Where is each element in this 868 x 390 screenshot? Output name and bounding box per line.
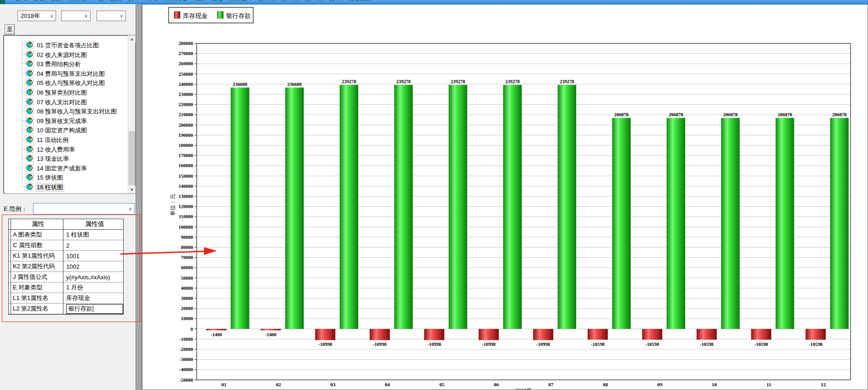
menu-item[interactable]: 保存设计 (69, 0, 92, 2)
menu-item[interactable]: 现场视频 (348, 0, 371, 2)
year-select[interactable]: 2018年 ∨ (17, 11, 56, 21)
pie-chart-icon (26, 107, 34, 115)
menu-item[interactable]: 视频 (193, 0, 205, 2)
to-button[interactable]: 至 (5, 24, 15, 34)
tree-item-label[interactable]: 15 饼状图 (35, 173, 64, 182)
menu-item[interactable]: 删除 (51, 0, 63, 2)
scroll-up-icon[interactable]: ▲ (128, 35, 136, 43)
table-row[interactable]: K1 第1属性代码1001 (9, 251, 123, 261)
svg-text:银行存款: 银行存款 (226, 12, 251, 19)
table-row[interactable]: K2 第2属性代码1002 (9, 261, 123, 272)
tree-item-label[interactable]: 16 柱状图 (35, 183, 64, 192)
chevron-down-icon: ∨ (120, 14, 125, 18)
svg-text:-10598: -10598 (645, 342, 659, 347)
property-value-cell[interactable]: 库存现金 (63, 293, 123, 304)
tree-item-label[interactable]: 05 收入与预算收入对比图 (35, 79, 106, 88)
property-name-cell: K1 第1属性代码 (11, 251, 63, 261)
tree-item-label[interactable]: 12 收入费用率 (35, 145, 76, 154)
svg-text:04: 04 (385, 382, 391, 387)
svg-text:90000: 90000 (181, 235, 193, 240)
tree-item-label[interactable]: 09 预算收支完成率 (35, 117, 88, 126)
svg-text:110000: 110000 (179, 214, 193, 219)
tree-item-label[interactable]: 01 货币资金各项占比图 (35, 41, 100, 50)
menu-item[interactable]: 主题 (211, 0, 223, 2)
panel-splitter[interactable] (136, 4, 142, 390)
pie-chart-icon (26, 164, 34, 172)
tree-item-label[interactable]: 10 固定资产构成图 (35, 126, 88, 135)
svg-text:2018年: 2018年 (516, 387, 532, 390)
svg-text:-10598: -10598 (809, 342, 823, 347)
menu-item[interactable]: 打印机 (283, 0, 300, 2)
property-value-cell[interactable]: 1 柱状图 (63, 230, 123, 240)
period-select-2[interactable]: ∨ (61, 11, 91, 21)
pie-chart-icon (26, 145, 34, 153)
property-value-cell[interactable]: 1002 (63, 261, 123, 272)
property-value-cell[interactable]: 1001 (63, 251, 123, 261)
table-row[interactable]: J 属性值公式y(#yAxis,#xAxis) (9, 272, 123, 283)
svg-text:236680: 236680 (287, 82, 302, 87)
property-name-cell: E 对象类型 (11, 283, 63, 293)
svg-text:236680: 236680 (233, 82, 248, 87)
menu-item[interactable]: 资料传递 (164, 0, 187, 2)
table-row[interactable]: L2 第2属性名银行存款 (9, 304, 123, 314)
pie-chart-icon (26, 154, 34, 162)
tree-item-label[interactable]: 08 预算收入与预算支出对比图 (35, 107, 118, 116)
pie-chart-icon (26, 51, 34, 58)
svg-text:206878: 206878 (777, 112, 792, 117)
svg-text:50000: 50000 (181, 276, 193, 281)
legend: 库存现金银行存款 (169, 7, 253, 23)
example-select[interactable]: ∨ (33, 203, 135, 215)
svg-text:150000: 150000 (179, 174, 193, 179)
period-select-3[interactable]: ∨ (96, 11, 126, 21)
pie-chart-icon (26, 41, 34, 49)
menu-item[interactable]: 打印预览 (99, 0, 122, 2)
menu-item[interactable]: 打印 (128, 0, 140, 2)
svg-text:09: 09 (657, 382, 663, 387)
svg-text:07: 07 (548, 382, 554, 387)
editing-value-input[interactable]: 银行存款 (66, 304, 123, 314)
property-value-cell[interactable]: 1 月份 (63, 283, 123, 293)
table-row[interactable]: L1 第1属性名库存现金 (9, 293, 123, 304)
property-name-cell: K2 第2属性代码 (11, 261, 63, 272)
menu-item[interactable]: 打印机 (259, 0, 276, 2)
pie-chart-icon (26, 117, 34, 124)
tree-item-label[interactable]: 02 收入来源对比图 (35, 51, 88, 60)
menu-item[interactable]: 打印 (330, 0, 341, 2)
table-row[interactable]: A 图表类型1 柱状图 (9, 230, 123, 240)
chevron-down-icon: ∨ (50, 14, 56, 18)
text-caret (93, 305, 93, 312)
menu-item[interactable]: 新增 (16, 0, 27, 2)
column-header: 属性 (11, 219, 63, 230)
menu-item[interactable]: 变动 (146, 0, 158, 2)
tree-item-label[interactable]: 07 收入支出对比图 (35, 98, 88, 107)
table-row[interactable]: C 属性组数2 (9, 240, 123, 251)
tree-item-label[interactable]: 06 预算类别对比图 (35, 88, 88, 97)
svg-text:160000: 160000 (179, 163, 193, 168)
tree-item-label[interactable]: 14 固定资产成新率 (35, 164, 88, 173)
property-value-cell[interactable]: 银行存款 (63, 304, 123, 314)
table-row[interactable]: E 对象类型1 月份 (9, 283, 123, 293)
scrollbar-thumb[interactable] (129, 131, 135, 185)
svg-text:05: 05 (439, 382, 445, 387)
svg-text:206878: 206878 (669, 112, 683, 117)
menu-item[interactable]: 修改 (34, 0, 45, 2)
tree-item-label[interactable]: 11 流动比例 (35, 136, 70, 145)
tree-scrollbar[interactable]: ▲ ▼ (128, 35, 135, 193)
tree-item-label[interactable]: 04 费用与预算支出对比图 (35, 69, 106, 79)
property-value-cell[interactable]: y(#yAxis,#xAxis) (63, 272, 123, 283)
tree-item-label[interactable]: 13 现金比率 (35, 154, 70, 164)
tree-item-label[interactable]: 03 费用结构分析 (35, 60, 82, 69)
svg-text:库存现金: 库存现金 (183, 12, 208, 19)
svg-text:239278: 239278 (342, 79, 357, 84)
menu-item[interactable]: 打印机 (306, 0, 323, 2)
scroll-down-icon[interactable]: ▼ (128, 186, 136, 193)
svg-text:11: 11 (766, 382, 771, 387)
svg-text:12: 12 (821, 382, 826, 387)
svg-text:20000: 20000 (181, 306, 193, 311)
pie-chart-icon (26, 136, 34, 143)
svg-text:70000: 70000 (181, 255, 193, 260)
menu-item[interactable]: 保存图片 (229, 0, 252, 2)
property-value-cell[interactable]: 2 (63, 240, 123, 251)
svg-text:239278: 239278 (505, 79, 520, 84)
pie-chart-icon (26, 88, 34, 96)
